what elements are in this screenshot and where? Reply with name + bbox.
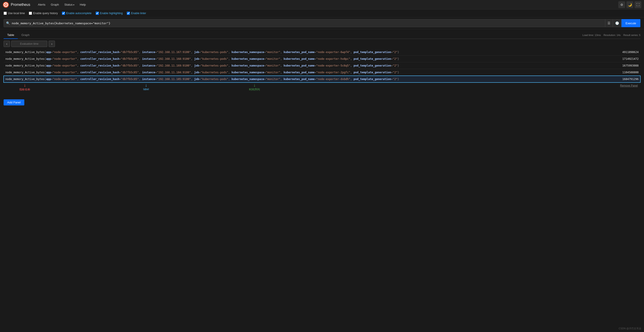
enable-highlighting-checkbox[interactable] <box>96 12 99 15</box>
enable-highlighting-option[interactable]: Enable highlighting <box>96 12 123 15</box>
table-row-highlighted: node_memory_Active_bytes{app="node-expor… <box>4 76 640 82</box>
theme-button[interactable]: 🌙 <box>626 1 633 8</box>
metric-cell-3: node_memory_Active_bytes{app="node-expor… <box>6 64 616 67</box>
metrics-list-button[interactable]: ☰ <box>605 19 613 27</box>
eval-time-bar: ‹ › <box>4 39 640 49</box>
table-row: node_memory_Active_bytes{app="node-expor… <box>4 62 640 69</box>
resolution: Resolution: 14s <box>604 34 620 36</box>
eval-next-button[interactable]: › <box>49 41 55 47</box>
fullscreen-button[interactable]: ⛶ <box>634 1 641 8</box>
navbar: Prometheus Alerts Graph Status Help ⚙ 🌙 … <box>0 0 644 9</box>
search-input[interactable] <box>12 21 603 25</box>
label-annotation: label <box>143 88 149 91</box>
options-toolbar: Use local time Enable query history Enab… <box>0 9 644 17</box>
enable-autocomplete-label: Enable autocomplete <box>66 12 92 15</box>
main-content: Table Graph Load time: 13ms Resolution: … <box>0 29 644 108</box>
enable-highlighting-label: Enable highlighting <box>100 12 123 15</box>
app-logo <box>3 1 9 8</box>
metric-cell-5: node_memory_Active_bytes{app="node-expor… <box>6 78 616 81</box>
search-actions: ☰ 🕐 Execute <box>605 19 640 27</box>
arrow-down-cyan-icon: ↓ <box>145 82 147 88</box>
history-button[interactable]: 🕐 <box>613 19 622 27</box>
value-cell-4: 1104588800 <box>616 71 638 74</box>
enable-autocomplete-option[interactable]: Enable autocomplete <box>62 12 92 15</box>
enable-query-history-option[interactable]: Enable query history <box>29 12 58 15</box>
metric-cell-2: node_memory_Active_bytes{app="node-expor… <box>6 57 616 60</box>
search-icon: 🔍 <box>6 21 10 25</box>
value-cell-3: 1675993088 <box>616 64 638 67</box>
svg-point-3 <box>5 4 6 5</box>
add-panel-button[interactable]: Add Panel <box>4 99 24 105</box>
annotation-metric-name: ↓ 指标名称 <box>19 82 30 91</box>
value-cell-1: 4911898624 <box>616 51 638 54</box>
table-row: node_memory_Active_bytes{app="node-expor… <box>4 55 640 62</box>
use-local-time-checkbox[interactable] <box>4 12 7 15</box>
execute-button[interactable]: Execute <box>622 19 640 27</box>
metric-cell-1: node_memory_Active_bytes{app="node-expor… <box>6 51 616 54</box>
use-local-time-label: Use local time <box>8 12 25 15</box>
results-container: node_memory_Active_bytes{app="node-expor… <box>4 49 640 82</box>
result-series: Result series: 5 <box>623 34 640 36</box>
enable-query-history-checkbox[interactable] <box>29 12 32 15</box>
nav-status[interactable]: Status <box>62 2 77 7</box>
enable-linter-label: Enable linter <box>131 12 146 15</box>
nav-alerts[interactable]: Alerts <box>36 2 48 7</box>
enable-linter-option[interactable]: Enable linter <box>127 12 146 15</box>
settings-button[interactable]: ⚙ <box>618 1 625 8</box>
enable-autocomplete-checkbox[interactable] <box>62 12 65 15</box>
eval-time-input[interactable] <box>11 41 47 47</box>
result-meta: Load time: 13ms Resolution: 14s Result s… <box>582 34 640 36</box>
tab-table[interactable]: Table <box>4 31 18 39</box>
navbar-actions: ⚙ 🌙 ⛶ <box>618 1 641 8</box>
tabs-row: Table Graph Load time: 13ms Resolution: … <box>4 31 640 39</box>
table-row: node_memory_Active_bytes{app="node-expor… <box>4 69 640 76</box>
metric-name-annotation: 指标名称 <box>19 88 30 91</box>
time-series-annotation: 时间序列 <box>249 88 260 91</box>
value-cell-5: 1684791296 <box>616 78 638 81</box>
use-local-time-option[interactable]: Use local time <box>4 12 25 15</box>
nav-graph[interactable]: Graph <box>49 2 61 7</box>
nav-help[interactable]: Help <box>78 2 88 7</box>
value-cell-2: 1714921472 <box>616 57 638 60</box>
watermark: CSDN @月巴左耳朵 <box>619 327 641 330</box>
search-input-wrapper: 🔍 <box>4 19 605 27</box>
eval-prev-button[interactable]: ‹ <box>4 41 10 47</box>
search-bar: 🔍 ☰ 🕐 Execute <box>0 17 644 29</box>
tab-graph[interactable]: Graph <box>18 31 33 39</box>
nav-links: Alerts Graph Status Help <box>36 2 88 7</box>
remove-panel-link[interactable]: Remove Panel <box>620 84 638 87</box>
arrow-down-red-icon: ↓ <box>24 82 26 88</box>
annotation-time-series: ↓ 时间序列 <box>249 82 260 91</box>
load-time: Load time: 13ms <box>582 34 601 36</box>
metric-cell-4: node_memory_Active_bytes{app="node-expor… <box>6 71 616 74</box>
enable-query-history-label: Enable query history <box>33 12 58 15</box>
app-brand: Prometheus <box>11 3 30 7</box>
annotation-label: ↓ label <box>143 82 149 91</box>
table-row: node_memory_Active_bytes{app="node-expor… <box>4 49 640 55</box>
arrow-down-green-icon: ↓ <box>253 82 256 88</box>
enable-linter-checkbox[interactable] <box>127 12 130 15</box>
